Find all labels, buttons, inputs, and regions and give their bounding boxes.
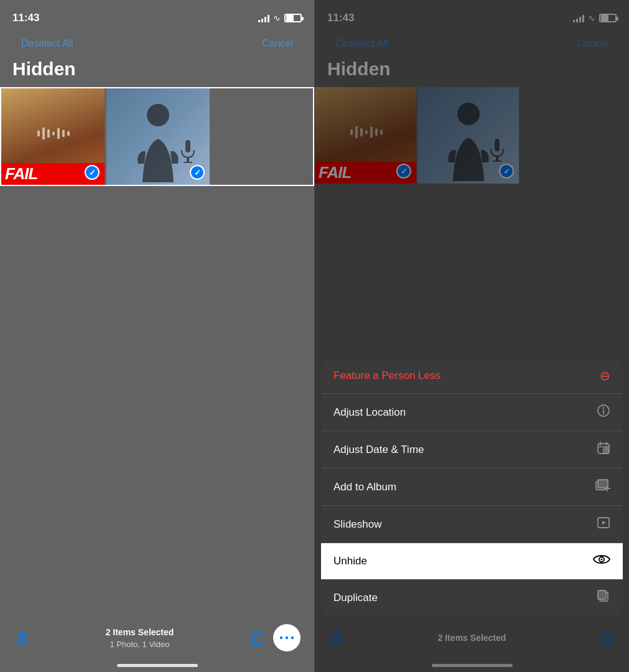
svg-rect-4	[57, 128, 60, 139]
check-badge-1-left	[85, 165, 100, 180]
unhide-label: Unhide	[333, 555, 367, 567]
adjust-location-icon	[597, 404, 610, 421]
svg-point-42	[601, 559, 603, 561]
svg-point-12	[286, 637, 288, 639]
items-selected-center: 2 Items Selected 1 Photo, 1 Video	[106, 627, 174, 649]
share-icon[interactable]	[14, 629, 31, 646]
menu-item-adjust-date[interactable]: Adjust Date & Time	[321, 431, 623, 469]
svg-rect-24	[493, 161, 501, 162]
trash-col-right	[598, 629, 615, 646]
menu-item-adjust-location[interactable]: Adjust Location	[321, 394, 623, 431]
status-icons-left: ∿	[258, 13, 302, 23]
check-badge-2-left	[190, 165, 205, 180]
svg-rect-1	[42, 127, 45, 139]
svg-rect-8	[185, 140, 190, 152]
slideshow-icon	[597, 516, 610, 533]
items-selected-label-left: 2 Items Selected	[106, 627, 174, 637]
share-button-col	[14, 629, 31, 646]
trash-icon-right[interactable]	[598, 629, 615, 646]
svg-point-13	[291, 637, 294, 639]
svg-rect-22	[495, 139, 500, 151]
time-left: 11:43	[12, 12, 39, 24]
deselect-all-button-right[interactable]: Deselect All	[327, 35, 397, 52]
svg-rect-16	[360, 128, 363, 136]
svg-rect-19	[375, 128, 378, 136]
svg-rect-20	[380, 129, 383, 134]
adjust-date-label: Adjust Date & Time	[333, 444, 424, 456]
svg-rect-14	[350, 129, 353, 135]
deselect-all-button-left[interactable]: Deselect All	[12, 35, 82, 52]
svg-rect-5	[62, 129, 65, 137]
actions-col-right	[248, 624, 301, 651]
cancel-button-left[interactable]: Cancel	[253, 35, 302, 52]
svg-point-7	[147, 104, 169, 126]
photo-thumb-person-left[interactable]	[106, 88, 210, 185]
more-button-left[interactable]	[273, 624, 301, 651]
menu-item-unhide[interactable]: Unhide	[321, 543, 623, 579]
battery-icon-right	[599, 14, 617, 22]
signal-icon-right	[573, 14, 584, 22]
home-indicator-right	[432, 664, 513, 667]
share-button-col-right	[328, 629, 346, 646]
eye-icon	[593, 553, 610, 569]
adjust-date-icon	[597, 441, 610, 458]
svg-rect-6	[67, 131, 70, 136]
add-album-icon	[595, 478, 610, 495]
photo-thumb-fail-left[interactable]: FAIL	[1, 88, 105, 185]
duplicate-label: Duplicate	[333, 592, 378, 604]
top-bar-right: Deselect All Cancel	[315, 31, 629, 57]
context-menu: Feature a Person Less ⊖ Adjust Location …	[321, 358, 623, 616]
svg-rect-17	[365, 130, 368, 134]
signal-icon	[258, 14, 269, 22]
menu-item-slideshow[interactable]: Slideshow	[321, 506, 623, 543]
feature-less-label: Feature a Person Less	[333, 370, 440, 382]
photo-thumb-person-right[interactable]	[417, 87, 519, 184]
svg-point-11	[280, 637, 282, 639]
slideshow-label: Slideshow	[333, 518, 382, 531]
menu-item-duplicate[interactable]: Duplicate	[321, 579, 623, 616]
menu-item-feature-less[interactable]: Feature a Person Less ⊖	[321, 358, 623, 394]
check-badge-1-right	[396, 164, 411, 179]
items-selected-label-right: 2 Items Selected	[438, 633, 506, 643]
svg-rect-44	[598, 590, 606, 599]
svg-rect-18	[370, 126, 373, 138]
photo-grid-left: FAIL	[0, 87, 314, 186]
check-badge-2-right	[499, 164, 514, 179]
svg-rect-23	[496, 156, 498, 161]
photo-count-left: 1 Photo, 1 Video	[110, 640, 170, 649]
photo-grid-right: FAIL	[315, 87, 629, 184]
svg-rect-3	[52, 131, 55, 135]
svg-rect-10	[184, 162, 192, 163]
right-panel: 11:43 ∿ Deselect All Cancel Hidden	[315, 0, 629, 672]
top-bar-left: Deselect All Cancel	[0, 31, 314, 57]
duplicate-icon	[597, 589, 610, 606]
page-title-left: Hidden	[0, 57, 314, 87]
feature-less-icon: ⊖	[600, 368, 610, 383]
wifi-icon-right: ∿	[588, 13, 595, 23]
svg-rect-0	[37, 130, 40, 136]
home-indicator-left	[117, 664, 198, 667]
wifi-icon: ∿	[273, 13, 281, 23]
items-selected-center-right: 2 Items Selected	[438, 633, 506, 643]
time-right: 11:43	[327, 12, 354, 24]
left-panel: 11:43 ∿ Deselect All Cancel Hidden	[0, 0, 314, 672]
svg-marker-40	[602, 521, 606, 525]
add-album-label: Add to Album	[333, 481, 396, 493]
svg-rect-36	[598, 480, 608, 488]
photo-thumb-fail-right[interactable]: FAIL	[315, 87, 416, 184]
svg-rect-15	[355, 126, 358, 138]
svg-rect-9	[187, 157, 189, 162]
status-icons-right: ∿	[573, 13, 617, 23]
battery-icon	[284, 14, 302, 22]
page-title-right: Hidden	[315, 57, 629, 87]
adjust-location-label: Adjust Location	[333, 406, 406, 419]
menu-item-add-album[interactable]: Add to Album	[321, 469, 623, 506]
svg-rect-2	[47, 129, 50, 138]
cancel-button-right[interactable]: Cancel	[568, 35, 617, 52]
status-bar-left: 11:43 ∿	[0, 0, 314, 31]
share-icon-right[interactable]	[328, 629, 346, 646]
status-bar-right: 11:43 ∿	[315, 0, 629, 31]
trash-icon-left[interactable]	[248, 629, 266, 646]
svg-point-21	[457, 103, 480, 125]
